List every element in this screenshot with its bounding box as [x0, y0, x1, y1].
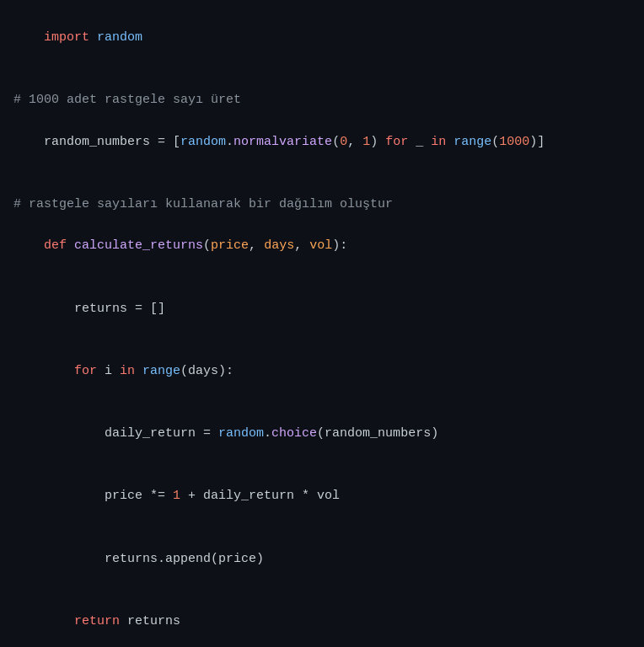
line-price-update: price *= 1 + daily_return * vol: [13, 466, 631, 528]
line-comment-1: # 1000 adet rastgele sayı üret: [13, 90, 631, 111]
code-editor: import random # 1000 adet rastgele sayı …: [0, 0, 644, 647]
line-for-i: for i in range(days):: [13, 340, 631, 403]
blank-line: [13, 69, 631, 90]
line-returns-append: returns.append(price): [13, 528, 631, 591]
blank-line: [13, 174, 631, 195]
line-random-numbers: random_numbers = [random.normalvariate(0…: [13, 111, 631, 174]
line-daily-return: daily_return = random.choice(random_numb…: [13, 403, 631, 465]
line-def: def calculate_returns(price, days, vol):: [13, 216, 631, 278]
line-return: return returns: [13, 591, 631, 647]
line-import-random: import random: [13, 7, 631, 69]
line-comment-2: # rastgele sayıları kullanarak bir dağıl…: [13, 195, 631, 216]
line-returns-init: returns = []: [13, 278, 631, 340]
